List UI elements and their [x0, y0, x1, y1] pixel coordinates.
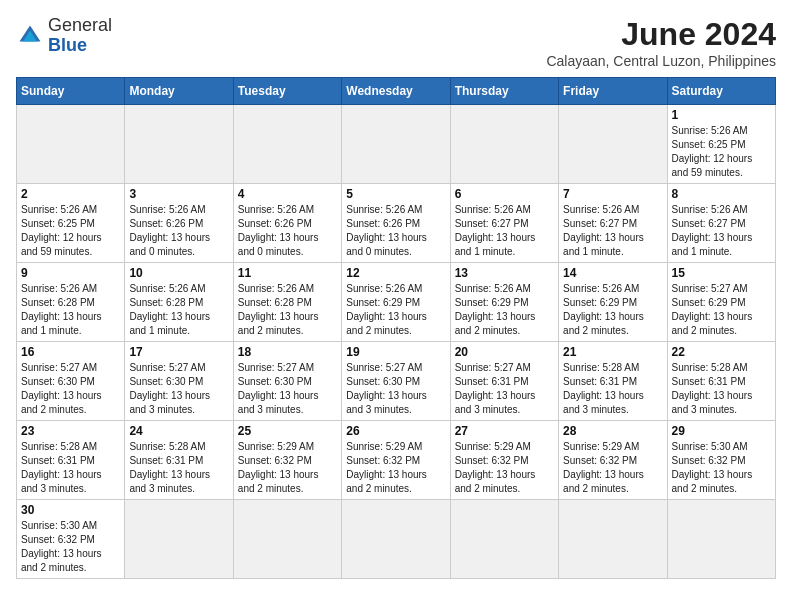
- day-of-week-thursday: Thursday: [450, 78, 558, 105]
- day-cell: 30Sunrise: 5:30 AM Sunset: 6:32 PM Dayli…: [17, 500, 125, 579]
- day-cell: 22Sunrise: 5:28 AM Sunset: 6:31 PM Dayli…: [667, 342, 775, 421]
- day-cell: 11Sunrise: 5:26 AM Sunset: 6:28 PM Dayli…: [233, 263, 341, 342]
- day-number: 9: [21, 266, 120, 280]
- day-number: 25: [238, 424, 337, 438]
- day-cell: 24Sunrise: 5:28 AM Sunset: 6:31 PM Dayli…: [125, 421, 233, 500]
- day-info: Sunrise: 5:29 AM Sunset: 6:32 PM Dayligh…: [455, 440, 554, 496]
- day-number: 2: [21, 187, 120, 201]
- day-info: Sunrise: 5:26 AM Sunset: 6:25 PM Dayligh…: [672, 124, 771, 180]
- day-cell: [450, 500, 558, 579]
- day-cell: 16Sunrise: 5:27 AM Sunset: 6:30 PM Dayli…: [17, 342, 125, 421]
- day-cell: [667, 500, 775, 579]
- day-cell: 15Sunrise: 5:27 AM Sunset: 6:29 PM Dayli…: [667, 263, 775, 342]
- day-number: 24: [129, 424, 228, 438]
- day-number: 4: [238, 187, 337, 201]
- day-cell: [125, 500, 233, 579]
- day-number: 22: [672, 345, 771, 359]
- day-info: Sunrise: 5:26 AM Sunset: 6:27 PM Dayligh…: [455, 203, 554, 259]
- day-info: Sunrise: 5:26 AM Sunset: 6:25 PM Dayligh…: [21, 203, 120, 259]
- days-of-week-row: SundayMondayTuesdayWednesdayThursdayFrid…: [17, 78, 776, 105]
- day-cell: 21Sunrise: 5:28 AM Sunset: 6:31 PM Dayli…: [559, 342, 667, 421]
- day-number: 20: [455, 345, 554, 359]
- day-cell: [125, 105, 233, 184]
- day-of-week-tuesday: Tuesday: [233, 78, 341, 105]
- day-number: 16: [21, 345, 120, 359]
- day-cell: [17, 105, 125, 184]
- day-cell: [342, 500, 450, 579]
- day-number: 26: [346, 424, 445, 438]
- day-number: 10: [129, 266, 228, 280]
- day-number: 23: [21, 424, 120, 438]
- day-cell: 1Sunrise: 5:26 AM Sunset: 6:25 PM Daylig…: [667, 105, 775, 184]
- day-cell: 8Sunrise: 5:26 AM Sunset: 6:27 PM Daylig…: [667, 184, 775, 263]
- day-cell: 9Sunrise: 5:26 AM Sunset: 6:28 PM Daylig…: [17, 263, 125, 342]
- calendar-body: 1Sunrise: 5:26 AM Sunset: 6:25 PM Daylig…: [17, 105, 776, 579]
- day-info: Sunrise: 5:28 AM Sunset: 6:31 PM Dayligh…: [563, 361, 662, 417]
- day-info: Sunrise: 5:26 AM Sunset: 6:27 PM Dayligh…: [563, 203, 662, 259]
- day-cell: 26Sunrise: 5:29 AM Sunset: 6:32 PM Dayli…: [342, 421, 450, 500]
- day-info: Sunrise: 5:28 AM Sunset: 6:31 PM Dayligh…: [21, 440, 120, 496]
- week-row-5: 23Sunrise: 5:28 AM Sunset: 6:31 PM Dayli…: [17, 421, 776, 500]
- day-cell: 23Sunrise: 5:28 AM Sunset: 6:31 PM Dayli…: [17, 421, 125, 500]
- day-info: Sunrise: 5:27 AM Sunset: 6:30 PM Dayligh…: [21, 361, 120, 417]
- day-cell: 4Sunrise: 5:26 AM Sunset: 6:26 PM Daylig…: [233, 184, 341, 263]
- day-cell: 13Sunrise: 5:26 AM Sunset: 6:29 PM Dayli…: [450, 263, 558, 342]
- logo-blue: Blue: [48, 36, 112, 56]
- day-cell: 7Sunrise: 5:26 AM Sunset: 6:27 PM Daylig…: [559, 184, 667, 263]
- day-number: 17: [129, 345, 228, 359]
- day-info: Sunrise: 5:26 AM Sunset: 6:28 PM Dayligh…: [21, 282, 120, 338]
- day-number: 27: [455, 424, 554, 438]
- logo: General Blue: [16, 16, 112, 56]
- day-number: 7: [563, 187, 662, 201]
- day-cell: 17Sunrise: 5:27 AM Sunset: 6:30 PM Dayli…: [125, 342, 233, 421]
- day-cell: 6Sunrise: 5:26 AM Sunset: 6:27 PM Daylig…: [450, 184, 558, 263]
- day-info: Sunrise: 5:27 AM Sunset: 6:30 PM Dayligh…: [238, 361, 337, 417]
- day-cell: 27Sunrise: 5:29 AM Sunset: 6:32 PM Dayli…: [450, 421, 558, 500]
- day-number: 6: [455, 187, 554, 201]
- day-cell: 25Sunrise: 5:29 AM Sunset: 6:32 PM Dayli…: [233, 421, 341, 500]
- day-info: Sunrise: 5:26 AM Sunset: 6:29 PM Dayligh…: [455, 282, 554, 338]
- day-info: Sunrise: 5:26 AM Sunset: 6:28 PM Dayligh…: [238, 282, 337, 338]
- day-number: 19: [346, 345, 445, 359]
- day-number: 13: [455, 266, 554, 280]
- day-cell: 19Sunrise: 5:27 AM Sunset: 6:30 PM Dayli…: [342, 342, 450, 421]
- day-info: Sunrise: 5:29 AM Sunset: 6:32 PM Dayligh…: [346, 440, 445, 496]
- logo-icon: [16, 22, 44, 50]
- day-number: 5: [346, 187, 445, 201]
- day-info: Sunrise: 5:26 AM Sunset: 6:28 PM Dayligh…: [129, 282, 228, 338]
- day-number: 21: [563, 345, 662, 359]
- day-cell: 18Sunrise: 5:27 AM Sunset: 6:30 PM Dayli…: [233, 342, 341, 421]
- day-info: Sunrise: 5:27 AM Sunset: 6:30 PM Dayligh…: [346, 361, 445, 417]
- day-info: Sunrise: 5:29 AM Sunset: 6:32 PM Dayligh…: [563, 440, 662, 496]
- week-row-2: 2Sunrise: 5:26 AM Sunset: 6:25 PM Daylig…: [17, 184, 776, 263]
- day-cell: [559, 500, 667, 579]
- logo-general: General: [48, 16, 112, 36]
- day-cell: 20Sunrise: 5:27 AM Sunset: 6:31 PM Dayli…: [450, 342, 558, 421]
- day-info: Sunrise: 5:26 AM Sunset: 6:26 PM Dayligh…: [346, 203, 445, 259]
- day-number: 12: [346, 266, 445, 280]
- calendar-header: SundayMondayTuesdayWednesdayThursdayFrid…: [17, 78, 776, 105]
- week-row-6: 30Sunrise: 5:30 AM Sunset: 6:32 PM Dayli…: [17, 500, 776, 579]
- day-info: Sunrise: 5:27 AM Sunset: 6:31 PM Dayligh…: [455, 361, 554, 417]
- day-cell: [342, 105, 450, 184]
- day-of-week-friday: Friday: [559, 78, 667, 105]
- day-number: 29: [672, 424, 771, 438]
- day-cell: 10Sunrise: 5:26 AM Sunset: 6:28 PM Dayli…: [125, 263, 233, 342]
- day-info: Sunrise: 5:26 AM Sunset: 6:29 PM Dayligh…: [563, 282, 662, 338]
- day-cell: 5Sunrise: 5:26 AM Sunset: 6:26 PM Daylig…: [342, 184, 450, 263]
- day-info: Sunrise: 5:29 AM Sunset: 6:32 PM Dayligh…: [238, 440, 337, 496]
- day-info: Sunrise: 5:28 AM Sunset: 6:31 PM Dayligh…: [672, 361, 771, 417]
- day-info: Sunrise: 5:30 AM Sunset: 6:32 PM Dayligh…: [672, 440, 771, 496]
- calendar-table: SundayMondayTuesdayWednesdayThursdayFrid…: [16, 77, 776, 579]
- location-subtitle: Calayaan, Central Luzon, Philippines: [546, 53, 776, 69]
- day-cell: 14Sunrise: 5:26 AM Sunset: 6:29 PM Dayli…: [559, 263, 667, 342]
- day-cell: [559, 105, 667, 184]
- day-cell: 2Sunrise: 5:26 AM Sunset: 6:25 PM Daylig…: [17, 184, 125, 263]
- day-info: Sunrise: 5:27 AM Sunset: 6:30 PM Dayligh…: [129, 361, 228, 417]
- day-cell: [450, 105, 558, 184]
- day-number: 15: [672, 266, 771, 280]
- logo-text: General Blue: [48, 16, 112, 56]
- day-number: 3: [129, 187, 228, 201]
- day-of-week-wednesday: Wednesday: [342, 78, 450, 105]
- day-info: Sunrise: 5:28 AM Sunset: 6:31 PM Dayligh…: [129, 440, 228, 496]
